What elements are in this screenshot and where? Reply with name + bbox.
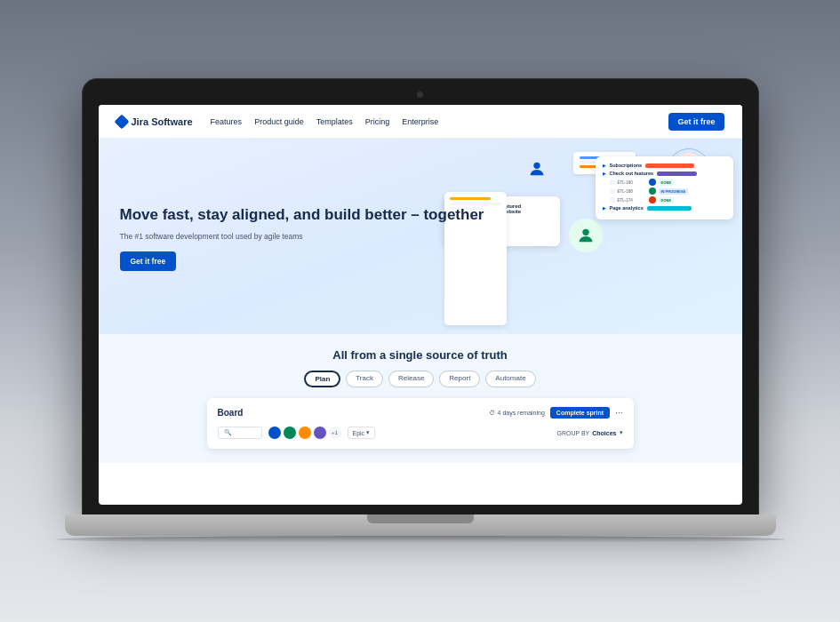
tab-track[interactable]: Track: [346, 371, 383, 387]
tab-automate[interactable]: Automate: [485, 371, 535, 387]
sprint-info: ⏱ 4 days remaining: [489, 410, 545, 416]
tab-plan[interactable]: Plan: [304, 371, 340, 387]
hero-section: Move fast, stay aligned, and build bette…: [99, 139, 742, 334]
nav-links: Features Product guide Templates Pricing…: [211, 117, 669, 126]
chevron-down-icon: ▾: [366, 429, 370, 436]
nav-features[interactable]: Features: [211, 117, 243, 126]
group-by-label: GROUP BY: [556, 430, 589, 436]
item-dot-1: [610, 179, 615, 185]
section-title: All from a single source of truth: [116, 348, 724, 362]
complete-sprint-button[interactable]: Complete sprint: [550, 407, 610, 419]
nav-templates[interactable]: Templates: [316, 117, 353, 126]
status-done-1: DONE: [659, 179, 675, 186]
svg-point-0: [533, 163, 540, 169]
clock-icon: ⏱: [489, 410, 495, 416]
item-dot-2: [610, 188, 615, 194]
epic-label: Epic: [353, 430, 365, 436]
status-done-3: DONE: [659, 197, 675, 203]
laptop-screen-bezel: Jira Software Features Product guide Tem…: [83, 79, 758, 514]
avatar-group: +1: [268, 426, 342, 440]
board-checkout-label: Check out features: [610, 171, 654, 176]
small-card-bar: [450, 197, 491, 200]
board-controls: ⏱ 4 days remaining Complete sprint ···: [489, 407, 623, 419]
navbar: Jira Software Features Product guide Tem…: [99, 105, 742, 139]
board-subscriptions-label: Subscriptions: [610, 163, 643, 168]
more-options-button[interactable]: ···: [615, 408, 622, 418]
second-section: All from a single source of truth Plan T…: [99, 334, 742, 463]
person-blue-svg: [527, 159, 547, 179]
subscriptions-bar: [645, 163, 694, 168]
board-title: Board: [218, 408, 244, 418]
status-progress-2: IN PROGRESS: [659, 188, 689, 195]
camera-dot: [417, 92, 423, 98]
board-item-1: ETL-160 DONE: [610, 179, 726, 186]
person-blue-icon: [520, 152, 554, 186]
nav-enterprise[interactable]: Enterprise: [402, 117, 438, 126]
board-item-3: ETL-174 DONE: [610, 196, 726, 203]
hero-subtitle: The #1 software development tool used by…: [120, 232, 721, 241]
epic-filter[interactable]: Epic ▾: [348, 427, 376, 439]
laptop-base-shadow: [56, 536, 785, 543]
group-by: GROUP BY Choices ▾: [556, 429, 622, 436]
navbar-cta-button[interactable]: Get it free: [668, 113, 724, 131]
item-label-2: ETL-168: [618, 189, 646, 194]
avatar-c: [298, 426, 312, 440]
nav-product-guide[interactable]: Product guide: [254, 117, 304, 126]
item-avatar-1: [649, 179, 656, 186]
hero-cta-button[interactable]: Get it free: [120, 251, 177, 271]
board-header: Board ⏱ 4 days remaining Complete sprint…: [218, 407, 623, 419]
checkout-bar: [657, 171, 697, 176]
tab-release[interactable]: Release: [388, 371, 434, 387]
avatar-b: [283, 426, 297, 440]
avatar-d: [313, 426, 327, 440]
hero-left: Move fast, stay aligned, and build bette…: [120, 205, 721, 270]
search-box[interactable]: 🔍: [218, 427, 262, 439]
sprint-label: 4 days remaining: [498, 410, 545, 416]
laptop-base: [65, 514, 776, 536]
item-label-3: ETL-174: [618, 198, 646, 203]
tab-report[interactable]: Report: [439, 371, 480, 387]
avatar-more: +1: [328, 426, 342, 440]
board-item-2: ETL-168 IN PROGRESS: [610, 187, 726, 195]
board-section-checkout: ▶ Check out features: [603, 171, 726, 176]
group-by-value[interactable]: Choices: [592, 430, 616, 436]
board-toolbar: 🔍 +1 Epic ▾: [218, 426, 623, 440]
logo-text: Jira Software: [132, 116, 193, 127]
board-section-subscriptions: ▶ Subscriptions: [603, 163, 726, 168]
screen-content: Jira Software Features Product guide Tem…: [99, 105, 742, 505]
logo-area: Jira Software: [116, 116, 193, 127]
avatar-a: [268, 426, 282, 440]
logo-diamond-icon: [114, 114, 129, 129]
hero-title: Move fast, stay aligned, and build bette…: [120, 205, 721, 224]
item-label-1: ETL-160: [618, 180, 646, 185]
item-dot-3: [610, 197, 615, 203]
laptop-container: Jira Software Features Product guide Tem…: [56, 79, 785, 543]
laptop-notch: [367, 514, 474, 523]
tabs-row: Plan Track Release Report Automate: [116, 371, 724, 387]
board-preview: Board ⏱ 4 days remaining Complete sprint…: [207, 398, 634, 449]
search-icon: 🔍: [224, 429, 232, 436]
nav-pricing[interactable]: Pricing: [365, 117, 390, 126]
chevron-down-icon-2: ▾: [620, 429, 623, 436]
item-avatar-3: [649, 196, 656, 203]
item-avatar-2: [649, 187, 656, 195]
